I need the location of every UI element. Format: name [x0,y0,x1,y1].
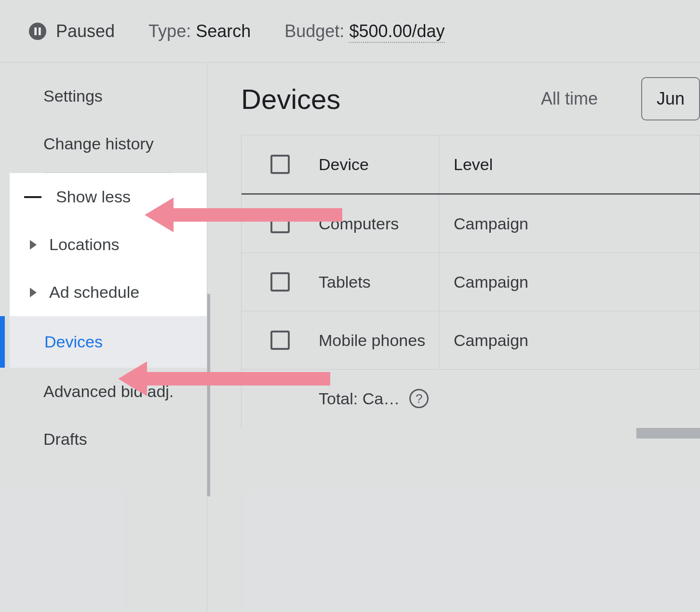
sidebar-item-advanced-bid[interactable]: Advanced bid adj. [0,368,207,415]
sidebar: Settings Change history Show less Locati… [0,63,207,612]
cell-device: Computers [319,195,439,253]
help-icon[interactable]: ? [409,389,429,408]
status-badge: Paused [29,21,115,41]
main-content: Devices All time Jun Device Level Comput… [207,63,700,612]
table-header-row: Device Level [242,135,700,195]
main-header: Devices All time Jun [241,77,700,135]
type-value: Search [196,21,251,41]
table-row[interactable]: Computers Campaign [242,195,700,253]
table-row[interactable]: Tablets Campaign [242,253,700,311]
date-range-button[interactable]: Jun [641,77,700,120]
budget-label: Budget: [284,21,344,41]
type-label: Type: [148,21,191,41]
table-total-row: Total: Ca… ? [242,370,700,427]
sidebar-show-less[interactable]: Show less [10,173,207,221]
cell-device: Tablets [319,253,439,311]
cell-level: Campaign [439,311,700,369]
chevron-right-icon [30,240,37,250]
show-less-label: Show less [56,187,131,206]
sidebar-item-settings[interactable]: Settings [0,72,207,120]
minus-icon [24,196,41,198]
budget-field[interactable]: Budget: $500.00/day [284,21,444,41]
sidebar-item-ad-schedule[interactable]: Ad schedule [10,268,207,316]
row-checkbox[interactable] [270,214,290,233]
sidebar-item-locations[interactable]: Locations [10,221,207,268]
scrollbar-horizontal[interactable] [636,428,700,439]
cell-level: Campaign [439,253,700,311]
status-text: Paused [56,21,115,41]
sidebar-highlight-region: Show less Locations Ad schedule Devices [10,173,207,368]
select-all-checkbox[interactable] [270,155,290,174]
svg-rect-0 [34,27,37,35]
cell-device: Mobile phones [319,311,439,369]
budget-value: $500.00/day [349,21,444,43]
time-range-label[interactable]: All time [541,89,598,109]
campaign-header: Paused Type: Search Budget: $500.00/day [0,0,700,63]
row-checkbox[interactable] [270,331,290,350]
devices-table: Device Level Computers Campaign Tablets … [241,135,700,427]
type-field: Type: Search [148,21,251,41]
table-row[interactable]: Mobile phones Campaign [242,311,700,370]
col-header-device[interactable]: Device [319,135,439,193]
cell-level: Campaign [439,195,700,253]
sidebar-item-drafts[interactable]: Drafts [0,415,207,463]
total-label: Total: Ca… [319,389,400,408]
chevron-right-icon [30,288,37,297]
ad-schedule-label: Ad schedule [49,283,139,302]
svg-rect-1 [39,27,41,35]
page-title: Devices [241,83,340,115]
scrollbar-vertical[interactable] [207,294,210,496]
col-header-level[interactable]: Level [439,135,700,193]
locations-label: Locations [49,235,120,254]
pause-icon [29,23,46,40]
sidebar-item-devices[interactable]: Devices [10,316,207,368]
devices-label: Devices [44,333,103,351]
row-checkbox[interactable] [270,272,290,292]
sidebar-item-change-history[interactable]: Change history [0,120,207,168]
